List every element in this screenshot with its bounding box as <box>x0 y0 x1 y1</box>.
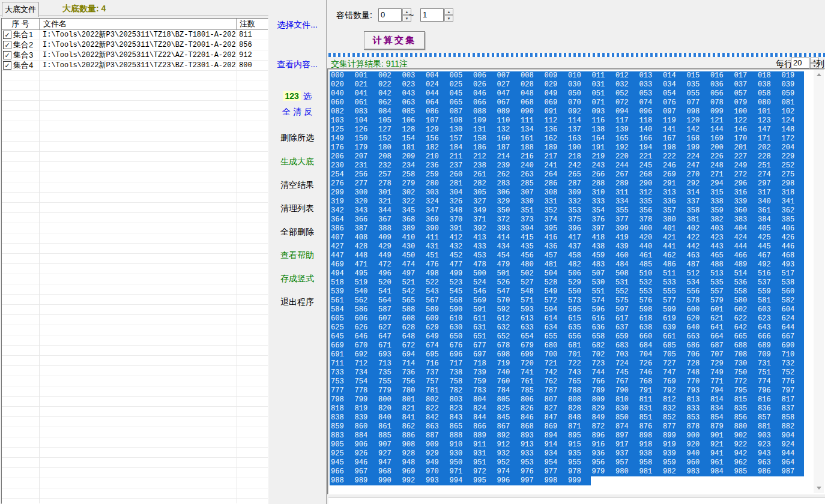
number-cell: 782 <box>449 386 473 395</box>
number-cell: 920 <box>686 440 710 449</box>
tolerance-max-input[interactable]: 1 <box>420 8 444 22</box>
number-cell: 282 <box>472 179 496 188</box>
calc-intersection-button[interactable]: 计算交集 <box>364 31 425 50</box>
view-content-button[interactable]: 查看内容... <box>268 59 326 70</box>
number-cell: 609 <box>425 314 449 323</box>
column-header-count[interactable]: 注数 <box>237 19 268 29</box>
scroll-down-icon[interactable] <box>814 483 824 493</box>
table-row[interactable]: ✓集合3 I:\Tools\2022新P3\2025311\TZ22\AZ-T2… <box>2 50 268 61</box>
all-clear-invert-buttons[interactable]: 全 清 反 <box>268 107 326 118</box>
number-cell: 820 <box>377 404 401 413</box>
number-cell: 834 <box>709 404 733 413</box>
number-cell: 083 <box>354 107 378 116</box>
number-cell: 453 <box>472 251 496 260</box>
quick-select-row: 123 选 <box>268 91 326 102</box>
spin-down-button[interactable]: ▼ <box>444 15 453 22</box>
column-divider <box>39 29 40 503</box>
number-cell: 339 <box>733 197 757 206</box>
number-cell: 190 <box>567 143 591 152</box>
generate-base-button[interactable]: 生成大底 <box>268 157 326 167</box>
number-cell: 258 <box>401 170 425 179</box>
number-cell: 242 <box>567 161 591 170</box>
per-row-input[interactable]: 20 <box>791 58 809 68</box>
number-cell: 389 <box>401 224 425 233</box>
number-cell: 081 <box>781 98 805 107</box>
number-cell: 555 <box>662 287 686 296</box>
number-cell: 942 <box>733 449 757 458</box>
number-cell: 597 <box>614 305 638 314</box>
table-row[interactable]: ✓集合4 I:\Tools\2022新P3\2025311\TZ23\BZ-T2… <box>2 60 268 71</box>
number-cell: 204 <box>781 143 805 152</box>
number-cell: 481 <box>543 260 567 269</box>
row-checkbox[interactable]: ✓ <box>3 31 11 39</box>
number-cell: 761 <box>519 377 543 386</box>
quick-123-button[interactable]: 123 <box>283 91 300 101</box>
number-cell: 951 <box>472 458 496 467</box>
vertical-scrollbar[interactable] <box>814 70 824 493</box>
number-cell: 033 <box>638 80 662 89</box>
number-cell: 643 <box>757 323 781 332</box>
delete-selected-button[interactable]: 删除所选 <box>268 133 326 143</box>
number-cell: 542 <box>401 287 425 296</box>
number-cell: 064 <box>425 98 449 107</box>
table-row[interactable]: ✓集合2 I:\Tools\2022新P3\2025311\TZ20\BZ-T2… <box>2 40 268 50</box>
number-cell: 710 <box>781 350 805 359</box>
number-cell: 604 <box>781 305 805 314</box>
row-checkbox[interactable]: ✓ <box>3 61 11 70</box>
number-cell: 041 <box>354 89 378 98</box>
number-cell: 496 <box>377 269 401 278</box>
quick-select-button[interactable]: 选 <box>303 91 312 101</box>
grid-row: 4074084094104114124134144154164174184194… <box>330 233 813 242</box>
number-cell: 762 <box>543 377 567 386</box>
exit-program-button[interactable]: 退出程序 <box>268 297 326 308</box>
number-cell: 182 <box>425 143 449 152</box>
number-cell: 048 <box>519 89 543 98</box>
number-cell: 593 <box>519 305 543 314</box>
number-cell: 487 <box>686 260 710 269</box>
number-cell: 289 <box>614 179 638 188</box>
table-row[interactable]: ✓集合1 I:\Tools\2022新P3\2025311\TZ18\BZ-T1… <box>2 29 268 40</box>
result-grid[interactable]: 0000010020030040050060070080090100110120… <box>330 71 813 493</box>
row-checkbox[interactable]: ✓ <box>3 41 11 49</box>
file-table-header: 序 号 文件名 注数 <box>2 19 268 30</box>
number-cell: 248 <box>709 161 733 170</box>
number-cell: 744 <box>591 368 615 377</box>
delete-all-button[interactable]: 全部删除 <box>268 227 326 238</box>
number-cell: 023 <box>401 80 425 89</box>
row-checkbox[interactable]: ✓ <box>3 51 11 59</box>
number-cell: 720 <box>519 359 543 368</box>
toolbar-column: 选择文件... 查看内容... 123 选 全 清 反 删除所选 生成大底 清空… <box>268 0 326 504</box>
clear-results-button[interactable]: 清空结果 <box>268 180 326 191</box>
tab-dadi-files[interactable]: 大底文件 <box>2 2 39 17</box>
number-cell: 567 <box>425 296 449 305</box>
grid-row: 7777787797807817827837847857877887897907… <box>330 386 813 395</box>
number-cell: 247 <box>686 161 710 170</box>
number-cell: 126 <box>354 125 378 134</box>
number-cell: 739 <box>472 368 496 377</box>
view-help-button[interactable]: 查看帮助 <box>268 250 326 261</box>
clean-list-button[interactable]: 清理列表 <box>268 203 326 214</box>
tolerance-min-input[interactable]: 0 <box>378 8 402 22</box>
number-cell: 520 <box>377 278 401 287</box>
number-cell: 893 <box>519 431 543 440</box>
number-cell: 350 <box>496 206 520 215</box>
save-vertical-button[interactable]: 存成竖式 <box>268 274 326 284</box>
select-file-button[interactable]: 选择文件... <box>268 20 326 31</box>
spin-up-button[interactable]: ▲ <box>444 8 453 15</box>
number-cell: 613 <box>519 314 543 323</box>
number-cell: 149 <box>330 134 354 143</box>
column-header-serial[interactable]: 序 号 <box>2 19 40 29</box>
number-cell: 689 <box>757 341 781 350</box>
number-cell: 556 <box>686 287 710 296</box>
number-cell: 001 <box>354 71 378 80</box>
column-header-filename[interactable]: 文件名 <box>40 19 237 29</box>
number-cell: 359 <box>709 206 733 215</box>
number-cell: 608 <box>401 314 425 323</box>
number-cell: 798 <box>330 395 354 404</box>
number-cell: 072 <box>614 98 638 107</box>
number-cell: 440 <box>638 242 662 251</box>
number-cell: 546 <box>472 287 496 296</box>
scroll-up-icon[interactable] <box>814 70 824 80</box>
number-cell: 626 <box>354 323 378 332</box>
number-cell: 934 <box>543 449 567 458</box>
